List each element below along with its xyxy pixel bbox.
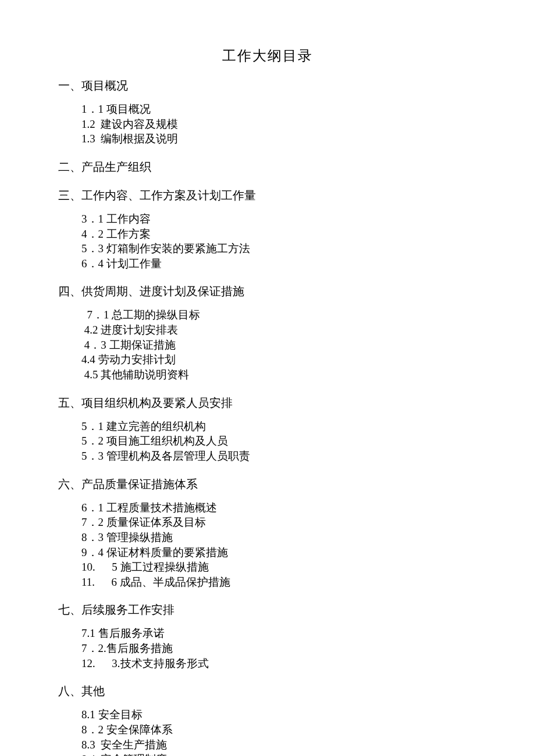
toc-item: 1.2 建设内容及规模 [81,117,477,132]
toc-item: 8．3 管理操纵措施 [81,530,477,545]
toc-item: 8.3 安全生产措施 [81,737,477,753]
toc-item: 8.1 安全目标 [81,707,477,722]
section-items: 1．1 项目概况 1.2 建设内容及规模 1.3 编制根据及说明 [81,102,477,146]
toc-item: 7．2.售后服务措施 [81,641,477,656]
toc-item: 5．2 项目施工组织机构及人员 [81,433,477,449]
section-7: 七、后续服务工作安排 7.1 售后服务承诺 7．2.售后服务措施 12. 3.技… [58,602,477,671]
toc-item: 5．3 管理机构及各层管理人员职责 [81,449,477,464]
toc-item: 6．4 计划工作量 [81,256,477,271]
section-heading: 二、产品生产组织 [58,159,477,175]
section-items: 7．1 总工期的操纵目标 4.2 进度计划安排表 4．3 工期保证措施 4.4 … [81,307,477,382]
toc-item: 4．2 工作方案 [81,227,477,242]
toc-item: 5．3 灯箱制作安装的要紧施工方法 [81,241,477,256]
section-8: 八、其他 8.1 安全目标 8．2 安全保障体系 8.3 安全生产措施 8.4 … [58,683,477,756]
section-5: 五、项目组织机构及要紧人员安排 5．1 建立完善的组织机构 5．2 项目施工组织… [58,395,477,464]
section-items: 8.1 安全目标 8．2 安全保障体系 8.3 安全生产措施 8.4 安全管理制… [81,707,477,756]
toc-item: 8．2 安全保障体系 [81,722,477,737]
toc-item: 4.5 其他辅助说明资料 [81,367,477,382]
section-1: 一、项目概况 1．1 项目概况 1.2 建设内容及规模 1.3 编制根据及说明 [58,78,477,146]
toc-item: 3．1 工作内容 [81,212,477,227]
section-heading: 五、项目组织机构及要紧人员安排 [58,395,477,411]
section-heading: 三、工作内容、工作方案及计划工作量 [58,188,477,203]
toc-item: 12. 3.技术支持服务形式 [81,656,477,671]
section-items: 3．1 工作内容 4．2 工作方案 5．3 灯箱制作安装的要紧施工方法 6．4 … [81,212,477,271]
section-heading: 七、后续服务工作安排 [58,602,477,618]
section-heading: 六、产品质量保证措施体系 [58,476,477,492]
toc-item: 11. 6 成品、半成品保护措施 [81,575,477,590]
toc-item: 8.4 安全管理制度 [81,752,477,756]
section-heading: 八、其他 [58,683,477,699]
section-6: 六、产品质量保证措施体系 6．1 工程质量技术措施概述 7．2 质量保证体系及目… [58,476,477,590]
toc-item: 6．1 工程质量技术措施概述 [81,500,477,515]
toc-item: 4．3 工期保证措施 [81,338,477,353]
toc-item: 9．4 保证材料质量的要紧措施 [81,545,477,560]
section-2: 二、产品生产组织 [58,159,477,175]
toc-item: 7.1 售后服务承诺 [81,626,477,641]
section-3: 三、工作内容、工作方案及计划工作量 3．1 工作内容 4．2 工作方案 5．3 … [58,188,477,271]
section-items: 5．1 建立完善的组织机构 5．2 项目施工组织机构及人员 5．3 管理机构及各… [81,419,477,464]
toc-item: 7．1 总工期的操纵目标 [81,307,477,323]
toc-item: 7．2 质量保证体系及目标 [81,515,477,530]
toc-item: 1.3 编制根据及说明 [81,131,477,146]
toc-item: 10. 5 施工过程操纵措施 [81,560,477,575]
section-items: 6．1 工程质量技术措施概述 7．2 质量保证体系及目标 8．3 管理操纵措施 … [81,500,477,590]
toc-item: 5．1 建立完善的组织机构 [81,419,477,434]
toc-item: 4.4 劳动力安排计划 [81,352,477,367]
document-title: 工作大纲目录 [58,46,477,65]
toc-item: 4.2 进度计划安排表 [81,323,477,338]
toc-item: 1．1 项目概况 [81,102,477,117]
section-items: 7.1 售后服务承诺 7．2.售后服务措施 12. 3.技术支持服务形式 [81,626,477,671]
section-heading: 四、供货周期、进度计划及保证措施 [58,284,477,299]
document-page: 工作大纲目录 一、项目概况 1．1 项目概况 1.2 建设内容及规模 1.3 编… [0,0,535,756]
section-4: 四、供货周期、进度计划及保证措施 7．1 总工期的操纵目标 4.2 进度计划安排… [58,284,477,382]
section-heading: 一、项目概况 [58,78,477,94]
